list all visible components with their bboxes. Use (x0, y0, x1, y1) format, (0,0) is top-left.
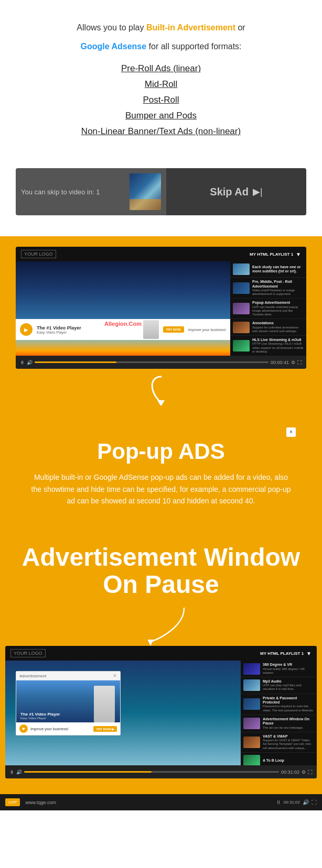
orange-player-section: YOUR LOGO MY HTML PLAYLIST 1 ▼ ▶ The #1 … (0, 236, 322, 421)
ad-overlay-close-button[interactable]: ✕ (113, 673, 117, 678)
bottom-playlist-desc: Support for VAST & VMAP "Video Ad Servin… (263, 739, 314, 750)
arrow-down-container (10, 369, 312, 411)
popup-ads-title: Pop-up ADS (10, 440, 312, 464)
settings-icon[interactable]: ⚙ (291, 360, 295, 365)
bottom-playlist-name: A To B Loop (263, 759, 314, 763)
footer-play-icon[interactable]: ⏸ (276, 799, 281, 805)
bottom-playlist-desc: The ad can be any webpage. (263, 726, 314, 730)
playlist-thumb (243, 698, 260, 710)
bottom-playlist-name: Advertisement Window On Pause (263, 717, 314, 726)
bottom-playlist-name: 360 Degree & VR (263, 663, 314, 667)
list-item[interactable]: Private & Password Protected Password is… (241, 694, 317, 715)
pause-title-line1: Advertisement Window (10, 544, 312, 572)
playlist-thumb (243, 737, 260, 748)
fullscreen-icon[interactable]: ⛶ (297, 360, 302, 365)
playlist-text: Mp3 Audio UVP can play mp3 files and vis… (263, 679, 314, 691)
list-item[interactable]: HLS Live Streaming & m3u8 HTTP Live Stre… (230, 336, 306, 356)
bottom-dropdown-icon[interactable]: ▼ (306, 651, 312, 656)
ad-window-label: Advertisement (19, 674, 113, 678)
banner-subtitle: Easy Video Player (37, 331, 139, 334)
svg-marker-1 (147, 640, 153, 646)
playlist-text: Private & Password Protected Password is… (263, 696, 314, 712)
list-item[interactable]: Each study can have one or more subtitle… (230, 261, 306, 278)
footer-fullscreen-icon[interactable]: ⛶ (312, 799, 317, 805)
bottom-video-player: YOUR LOGO MY HTML PLAYLIST 1 ▼ Advertise… (5, 646, 317, 778)
format-item-4: Bumper and Pods (21, 111, 301, 121)
playlist-item-desc: Support for unlimited annotations with a… (252, 326, 304, 333)
play-pause-icon[interactable]: ⏸ (20, 360, 25, 365)
list-item[interactable]: Popup Advertisement UVP can handle unlim… (230, 299, 306, 319)
bottom-player-logo: YOUR LOGO (10, 649, 46, 657)
format-item-1: Pre-Roll Ads (linear) (21, 63, 301, 74)
ad-overlay-body: The #1 Video Player Easy Video Player (16, 680, 120, 722)
list-item[interactable]: Mp3 Audio UVP can play mp3 files and vis… (241, 677, 317, 694)
bottom-player-header: YOUR LOGO MY HTML PLAYLIST 1 ▼ (5, 646, 317, 661)
player-dropdown-icon[interactable]: ▼ (296, 251, 301, 257)
playlist-item-name: Annotations (252, 321, 304, 325)
skip-countdown-text: You can skip to video in: 1 (21, 188, 130, 196)
list-item[interactable]: Pre, Middle, Post - Roll Advertisement V… (230, 278, 306, 299)
skip-ad-demo-wrapper: You can skip to video in: 1 Skip Ad ▶| (0, 168, 322, 236)
skip-ad-label: Skip Ad (210, 186, 249, 198)
bottom-progress-bar[interactable] (24, 771, 279, 773)
ad-person-image (94, 686, 115, 722)
footer-volume-icon[interactable]: 🔊 (303, 799, 309, 805)
player-body: ▶ The #1 Video Player Easy Video Player … (16, 261, 306, 356)
progress-bar-fill (35, 361, 116, 363)
list-item[interactable]: Advertisement Window On Pause The ad can… (241, 715, 317, 732)
banner-person-image (143, 320, 159, 339)
close-button-row: × (10, 426, 312, 440)
list-item[interactable]: 360 Degree & VR Virtual reality 360 degr… (241, 661, 317, 677)
ad-footer-cta-button[interactable]: TRY NOW ▶ (93, 726, 117, 732)
intro-paragraph: Allows you to play Built-in Advertisemen… (21, 21, 301, 35)
list-item[interactable]: Annotations Support for unlimited annota… (230, 319, 306, 336)
format-item-3: Post-Roll (21, 95, 301, 105)
arrow-down-svg (140, 374, 182, 405)
list-item[interactable]: A To B Loop (241, 753, 317, 765)
popup-ads-description: Multiple built-in or Google AdSense pop-… (30, 471, 292, 507)
curve-arrow-container (10, 599, 312, 646)
popup-ads-section: × Pop-up ADS Multiple built-in or Google… (0, 421, 322, 522)
bottom-settings-icon[interactable]: ⚙ (302, 770, 306, 775)
skip-right-panel[interactable]: Skip Ad ▶| (166, 168, 306, 215)
ad-overlay-header: Advertisement ✕ (16, 672, 120, 680)
bottom-playlist-name: Private & Password Protected (263, 696, 314, 705)
playlist-text: Advertisement Window On Pause The ad can… (263, 717, 314, 730)
player-video: ▶ The #1 Video Player Easy Video Player … (16, 261, 230, 356)
playlist-item-name: HLS Live Streaming & m3u8 (252, 338, 304, 342)
playlist-text: HLS Live Streaming & m3u8 HTTP Live Stre… (252, 338, 304, 354)
playlist-item-desc: UVP can handle unlimited popup image adv… (252, 305, 304, 317)
curve-arrow-svg (130, 604, 192, 646)
bottom-volume-icon[interactable]: 🔊 (16, 770, 22, 775)
bottom-fullscreen-icon[interactable]: ⛶ (308, 770, 313, 775)
playlist-thumb (233, 282, 250, 294)
popup-close-button[interactable]: × (286, 427, 296, 437)
playlist-text: Annotations Support for unlimited annota… (252, 321, 304, 333)
footer-controls: ⏸ 00:31:02 🔊 ⛶ (276, 799, 317, 805)
ad-footer-improve: Improve your business! (30, 727, 91, 731)
bottom-player-body: Advertisement ✕ The #1 Video Player Easy… (5, 661, 317, 765)
pause-title-line2: On Pause (10, 571, 312, 599)
bottom-play-icon[interactable]: ⏸ (9, 770, 14, 775)
advertisement-overlay: Advertisement ✕ The #1 Video Player Easy… (16, 671, 121, 735)
playlist-text: Pre, Middle, Post - Roll Advertisement V… (252, 280, 304, 296)
bottom-playlist-name: Mp3 Audio (263, 679, 314, 684)
banner-play-icon[interactable]: ▶ (20, 323, 33, 336)
playlist-text: A To B Loop (263, 759, 314, 763)
list-item[interactable]: VAST & VMAP Support for VAST & VMAP "Vid… (241, 732, 317, 753)
playlist-thumb (233, 303, 250, 314)
playlist-thumb (243, 679, 260, 691)
ad-footer-play-icon[interactable]: ▶ (19, 724, 28, 733)
banner-cta-button[interactable]: TRY NOW (163, 326, 184, 333)
bottom-player-wrapper: YOUR LOGO MY HTML PLAYLIST 1 ▼ Advertise… (0, 646, 322, 778)
player-playlist-title: MY HTML PLAYLIST 1 (250, 252, 293, 257)
volume-icon[interactable]: 🔊 (27, 360, 33, 365)
video-player-mockup: YOUR LOGO MY HTML PLAYLIST 1 ▼ ▶ The #1 … (16, 247, 306, 369)
intro-paragraph-2: Google Adsense for all supported formats… (21, 40, 301, 53)
intro-text-before: Allows you to play (77, 23, 146, 32)
progress-bar[interactable] (35, 361, 269, 363)
playlist-item-name: Popup Advertisement (252, 301, 304, 305)
watermark-text: Allegion.Com (104, 321, 142, 327)
bottom-playlist-desc: Virtual reality 360 degree / VR support. (263, 667, 314, 675)
playlist-item-desc: HTTP Live Streaming / HLS / m3u8 video s… (252, 342, 304, 354)
